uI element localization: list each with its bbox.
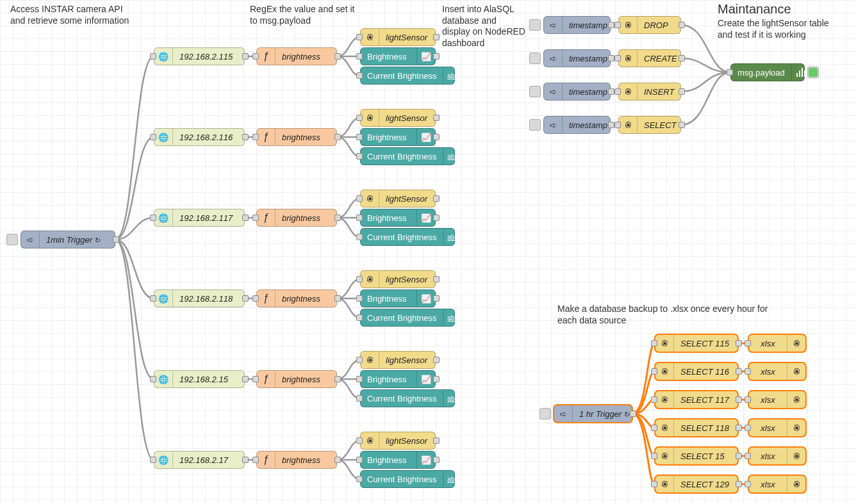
node-xlsx[interactable]: xlsx֍ xyxy=(748,419,806,437)
node-timestamp[interactable]: ➪timestamp xyxy=(543,116,611,134)
output-port[interactable] xyxy=(334,457,341,463)
node-select-backup[interactable]: ֍SELECT 117 xyxy=(655,391,738,409)
node-brightness-chart[interactable]: Brightness📈 xyxy=(360,289,436,307)
output-port[interactable] xyxy=(242,53,249,60)
input-port[interactable] xyxy=(356,215,363,221)
output-port[interactable] xyxy=(608,22,614,28)
input-port[interactable] xyxy=(150,376,156,382)
input-port[interactable] xyxy=(150,457,156,463)
node-lightsensor[interactable]: ֍lightSensor xyxy=(360,190,436,207)
input-port[interactable] xyxy=(356,276,363,282)
output-port[interactable] xyxy=(334,215,341,221)
output-port[interactable] xyxy=(608,55,614,61)
output-port[interactable] xyxy=(679,22,685,28)
input-port[interactable] xyxy=(150,295,156,302)
output-port[interactable] xyxy=(608,88,614,95)
node-brightness-chart[interactable]: Brightness📈 xyxy=(360,370,436,388)
output-port[interactable] xyxy=(242,457,249,463)
node-1min-trigger[interactable]: ➪ 1min Trigger↻ xyxy=(21,231,115,248)
output-port[interactable] xyxy=(433,53,440,60)
output-port[interactable] xyxy=(608,122,614,128)
output-port[interactable] xyxy=(433,115,440,121)
node-select-backup[interactable]: ֍SELECT 115 xyxy=(655,334,738,352)
node-lightsensor[interactable]: ֍lightSensor xyxy=(360,28,436,46)
input-port[interactable] xyxy=(356,437,363,444)
node-sql-op[interactable]: ֍INSERT xyxy=(618,83,681,101)
output-port[interactable] xyxy=(242,295,249,302)
input-port[interactable] xyxy=(356,376,363,382)
node-http[interactable]: 🌐192.168.2.15 xyxy=(154,370,245,388)
inject-button[interactable] xyxy=(6,234,18,245)
node-http[interactable]: 🌐192.168.2.17 xyxy=(154,451,245,469)
node-xlsx[interactable]: xlsx֍ xyxy=(748,391,806,409)
node-xlsx[interactable]: xlsx֍ xyxy=(748,475,806,493)
input-port[interactable] xyxy=(356,234,363,240)
output-port[interactable] xyxy=(433,276,440,282)
flow-canvas[interactable]: Access INSTAR camera API and retrieve so… xyxy=(0,0,856,504)
input-port[interactable] xyxy=(356,476,363,482)
output-port[interactable] xyxy=(242,134,249,140)
input-port[interactable] xyxy=(651,453,657,459)
output-port[interactable] xyxy=(334,295,341,302)
node-current-brightness[interactable]: Current Brightnessabc xyxy=(360,470,455,488)
output-port[interactable] xyxy=(630,411,636,417)
node-current-brightness[interactable]: Current Brightnessabc xyxy=(360,228,455,246)
input-port[interactable] xyxy=(745,368,751,375)
node-select-backup[interactable]: ֍SELECT 116 xyxy=(655,362,738,380)
input-port[interactable] xyxy=(745,425,751,431)
output-port[interactable] xyxy=(679,55,685,61)
input-port[interactable] xyxy=(252,376,259,382)
input-port[interactable] xyxy=(356,134,363,140)
input-port[interactable] xyxy=(252,53,259,60)
input-port[interactable] xyxy=(356,457,363,463)
output-port[interactable] xyxy=(736,481,742,487)
output-port[interactable] xyxy=(334,376,341,382)
node-select-backup[interactable]: ֍SELECT 129 xyxy=(655,475,738,493)
node-http[interactable]: 🌐192.168.2.115 xyxy=(154,47,245,65)
input-port[interactable] xyxy=(150,215,156,221)
input-port[interactable] xyxy=(356,153,363,159)
output-port[interactable] xyxy=(113,236,119,243)
input-port[interactable] xyxy=(614,22,621,28)
output-port[interactable] xyxy=(433,195,440,202)
input-port[interactable] xyxy=(651,368,657,375)
input-port[interactable] xyxy=(651,396,657,403)
input-port[interactable] xyxy=(252,295,259,302)
output-port[interactable] xyxy=(736,340,742,346)
node-xlsx[interactable]: xlsx֍ xyxy=(748,447,806,465)
input-port[interactable] xyxy=(356,72,363,79)
node-sql-op[interactable]: ֍CREATE xyxy=(618,49,681,67)
input-port[interactable] xyxy=(356,395,363,402)
input-port[interactable] xyxy=(356,115,363,121)
output-port[interactable] xyxy=(736,396,742,403)
output-port[interactable] xyxy=(334,134,341,140)
output-port[interactable] xyxy=(433,357,440,363)
node-brightness-chart[interactable]: Brightness📈 xyxy=(360,128,436,146)
inject-button[interactable] xyxy=(529,19,541,31)
node-debug[interactable]: msg.payload xyxy=(730,63,805,81)
output-port[interactable] xyxy=(433,437,440,444)
input-port[interactable] xyxy=(727,69,733,76)
output-port[interactable] xyxy=(736,425,742,431)
node-http[interactable]: 🌐192.168.2.118 xyxy=(154,289,245,307)
output-port[interactable] xyxy=(433,215,440,221)
input-port[interactable] xyxy=(614,88,621,95)
node-lightsensor[interactable]: ֍lightSensor xyxy=(360,351,436,369)
node-function[interactable]: ƒbrightness xyxy=(256,209,337,227)
input-port[interactable] xyxy=(356,34,363,40)
node-1hr-trigger[interactable]: ➪ 1 hr Trigger↻ xyxy=(554,405,632,423)
node-function[interactable]: ƒbrightness xyxy=(256,370,337,388)
node-brightness-chart[interactable]: Brightness📈 xyxy=(360,209,436,227)
input-port[interactable] xyxy=(356,357,363,363)
output-port[interactable] xyxy=(242,215,249,221)
node-current-brightness[interactable]: Current Brightnessabc xyxy=(360,67,455,85)
node-timestamp[interactable]: ➪timestamp xyxy=(543,49,611,67)
input-port[interactable] xyxy=(150,134,156,140)
input-port[interactable] xyxy=(745,396,751,403)
output-port[interactable] xyxy=(433,376,440,382)
node-current-brightness[interactable]: Current Brightnessabc xyxy=(360,309,455,327)
node-lightsensor[interactable]: ֍lightSensor xyxy=(360,270,436,288)
node-current-brightness[interactable]: Current Brightnessabc xyxy=(360,147,455,165)
node-function[interactable]: ƒbrightness xyxy=(256,289,337,307)
input-port[interactable] xyxy=(651,481,657,487)
